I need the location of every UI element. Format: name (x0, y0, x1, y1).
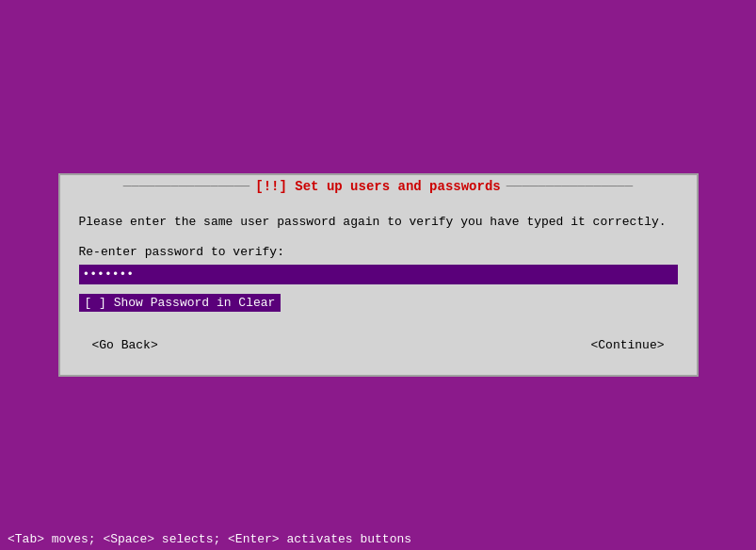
button-row: <Go Back> <Continue> (79, 331, 678, 360)
title-dashes-right: ──────────────── (507, 179, 633, 194)
dialog-message: Please enter the same user password agai… (79, 213, 678, 232)
password-input-row (79, 265, 678, 284)
show-password-checkbox[interactable]: [ ] Show Password in Clear (79, 294, 281, 312)
dialog-body: Please enter the same user password agai… (60, 198, 697, 375)
field-label: Re-enter password to verify: (79, 245, 678, 259)
go-back-button[interactable]: <Go Back> (79, 334, 171, 356)
status-bar: <Tab> moves; <Space> selects; <Enter> ac… (0, 528, 756, 550)
continue-button[interactable]: <Continue> (577, 334, 677, 356)
password-input[interactable] (79, 265, 678, 284)
dialog: ──────────────── [!!] Set up users and p… (58, 173, 699, 377)
checkbox-row: [ ] Show Password in Clear (79, 294, 678, 312)
title-dashes-left: ──────────────── (123, 179, 249, 194)
dialog-title: [!!] Set up users and passwords (255, 179, 500, 194)
title-bar: ──────────────── [!!] Set up users and p… (60, 175, 697, 198)
title-line: ──────────────── [!!] Set up users and p… (123, 179, 633, 194)
screen: ──────────────── [!!] Set up users and p… (0, 0, 756, 550)
